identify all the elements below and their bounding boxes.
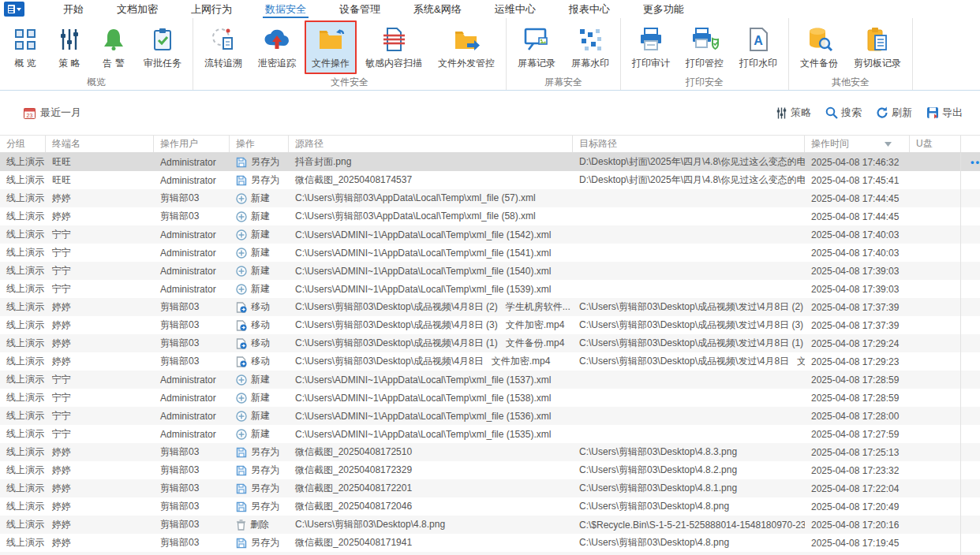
date-range-picker[interactable]: 23 最近一月 [24, 106, 81, 120]
cell-time: 2025-04-08 17:22:04 [805, 479, 910, 497]
cell-usb [910, 443, 961, 461]
cell-filler [961, 479, 980, 497]
policy-button[interactable]: 策略 [776, 106, 811, 120]
table-row[interactable]: 线上演示旺旺Administrator另存为抖音封面.pngD:\Desktop… [0, 153, 980, 171]
cell-terminal: 旺旺 [46, 153, 154, 171]
menu-tab-6[interactable]: 系统&网络 [397, 0, 478, 18]
ribbon-button-alert-bell[interactable]: 告 警 [92, 20, 135, 74]
ribbon-group: 概 览策 略告 警审批任务概览 [0, 18, 193, 90]
cell-operation: 新建 [230, 280, 289, 298]
cell-target-path: D:\Desktop\封面\2025年\四月\4.8\你见过这么变态的电脑监..… [573, 153, 805, 171]
cell-filler [961, 534, 980, 552]
search-button[interactable]: 搜索 [825, 106, 862, 120]
ribbon-button-flow-trace[interactable]: 流转追溯 [197, 20, 249, 74]
cell-group: 线上演示 [0, 497, 46, 516]
table-row[interactable]: 线上演示婷婷剪辑部03移动C:\Users\剪辑部03\Desktop\成品视频… [0, 334, 980, 352]
ribbon-button-file-outgoing-folder[interactable]: 文件外发管控 [431, 20, 502, 74]
cell-terminal: 婷婷 [46, 207, 154, 225]
ribbon-button-label: 告 警 [103, 57, 124, 70]
menu-tab-1[interactable]: 开始 [47, 0, 100, 18]
table-row[interactable]: 线上演示婷婷剪辑部03删除C:\Users\剪辑部03\Desktop\4.8.… [0, 516, 980, 534]
menu-tab-3[interactable]: 上网行为 [174, 0, 249, 18]
cell-source-path: C:\Users\剪辑部03\Desktop\4.8.png [289, 516, 573, 534]
ribbon-button-screen-watermark[interactable]: 屏幕水印 [564, 20, 616, 74]
table-row[interactable]: 线上演示婷婷剪辑部03移动C:\Users\剪辑部03\Desktop\成品视频… [0, 298, 980, 316]
table-row[interactable]: 线上演示旺旺Administrator另存为微信截图_2025040817453… [0, 171, 980, 189]
column-header-5[interactable]: 源路径 [289, 136, 573, 152]
ribbon-button-screen-record[interactable]: 屏幕记录 [511, 20, 563, 74]
column-header-2[interactable]: 终端名 [46, 136, 154, 152]
app-menu-button[interactable] [4, 2, 24, 17]
table-row[interactable]: 线上演示婷婷剪辑部03 [0, 552, 980, 555]
table-row[interactable]: 线上演示婷婷剪辑部03另存为微信截图_20250408172510C:\User… [0, 443, 980, 461]
menu-tab-4[interactable]: 数据安全 [249, 0, 323, 18]
saveas-icon [236, 447, 247, 458]
ribbon-button-policy-sliders[interactable]: 策 略 [48, 20, 91, 74]
cell-time: 2025-04-08 17:28:00 [805, 407, 910, 425]
menu-tab-7[interactable]: 运维中心 [478, 0, 552, 18]
cell-filler [961, 407, 980, 425]
table-row[interactable]: 线上演示婷婷剪辑部03另存为微信截图_20250408172201C:\User… [0, 479, 980, 497]
column-header-1[interactable]: 分组 [0, 136, 46, 152]
column-header-4[interactable]: 操作 [230, 136, 289, 152]
cell-time: 2025-04-08 17:28:59 [805, 389, 910, 407]
menu-bar: 开始文档加密上网行为数据安全设备管理系统&网络运维中心报表中心更多功能 [0, 0, 980, 18]
column-header-3[interactable]: 操作用户 [154, 136, 230, 152]
cell-usb [910, 189, 961, 207]
table-row[interactable]: 线上演示宁宁Administrator新建C:\Users\ADMINI~1\A… [0, 389, 980, 407]
ribbon-button-file-operation-folder[interactable]: 文件操作 [305, 20, 357, 74]
table-row[interactable]: 线上演示宁宁Administrator新建C:\Users\ADMINI~1\A… [0, 262, 980, 280]
cell-user: 剪辑部03 [154, 461, 230, 479]
menu-tab-9[interactable]: 更多功能 [627, 0, 701, 18]
table-row[interactable]: 线上演示婷婷剪辑部03另存为微信截图_20250408172329C:\User… [0, 461, 980, 479]
column-header-7[interactable]: 操作时间 [805, 136, 910, 152]
column-header-6[interactable]: 目标路径 [573, 136, 805, 152]
column-header-8[interactable]: U盘 [910, 136, 961, 152]
ribbon-button-file-backup[interactable]: 文件备份 [793, 20, 845, 74]
ribbon-button-label: 剪切板记录 [854, 57, 901, 70]
column-header-label: U盘 [916, 137, 933, 151]
cell-source-path: C:\Users\ADMINI~1\AppData\Local\Temp\xml… [289, 389, 573, 407]
operation-label: 另存为 [251, 500, 279, 513]
cell-filler [961, 443, 980, 461]
operation-label: 新建 [251, 282, 270, 296]
refresh-button[interactable]: 刷新 [876, 106, 912, 120]
cell-usb [910, 534, 961, 552]
table-row[interactable]: 线上演示宁宁Administrator新建C:\Users\ADMINI~1\A… [0, 225, 980, 244]
table-row[interactable]: 线上演示婷婷剪辑部03另存为微信截图_20250408172046C:\User… [0, 497, 980, 516]
ribbon-button-leak-track-cloud[interactable]: 泄密追踪 [251, 20, 303, 74]
menu-tab-8[interactable]: 报表中心 [552, 0, 627, 18]
table-row[interactable]: 线上演示宁宁Administrator新建C:\Users\ADMINI~1\A… [0, 244, 980, 262]
ribbon-button-print-control[interactable]: 打印管控 [679, 20, 731, 74]
menu-tab-2[interactable]: 文档加密 [100, 0, 174, 18]
table-row[interactable]: 线上演示婷婷剪辑部03移动C:\Users\剪辑部03\Desktop\成品视频… [0, 352, 980, 371]
table-row[interactable]: 线上演示宁宁Administrator新建C:\Users\ADMINI~1\A… [0, 371, 980, 389]
ribbon-button-print-watermark[interactable]: A打印水印 [732, 20, 784, 74]
cell-source-path: 微信截图_20250408174537 [289, 171, 573, 189]
table-row[interactable]: 线上演示宁宁Administrator新建C:\Users\ADMINI~1\A… [0, 425, 980, 443]
table-row[interactable]: 线上演示婷婷剪辑部03移动C:\Users\剪辑部03\Desktop\成品视频… [0, 316, 980, 334]
menu-tab-5[interactable]: 设备管理 [323, 0, 397, 18]
row-more-actions-button[interactable]: ••• [967, 156, 980, 168]
table-row[interactable]: 线上演示宁宁Administrator新建C:\Users\ADMINI~1\A… [0, 407, 980, 425]
ribbon-button-print-audit[interactable]: 打印审计 [625, 20, 677, 74]
ribbon-button-label: 打印水印 [739, 57, 777, 70]
ribbon-button-clipboard-record[interactable]: 剪切板记录 [847, 20, 908, 74]
screen-record-icon [522, 24, 551, 55]
new-icon [236, 429, 247, 440]
ribbon-button-approval-clipboard[interactable]: 审批任务 [137, 20, 189, 74]
ribbon-button-overview-grid[interactable]: 概 览 [4, 20, 47, 74]
table-row[interactable]: 线上演示婷婷剪辑部03新建C:\Users\剪辑部03\AppData\Loca… [0, 189, 980, 207]
ribbon-button-content-scan[interactable]: 敏感内容扫描 [358, 20, 429, 74]
ribbon-button-label: 审批任务 [144, 57, 181, 70]
table-row[interactable]: 线上演示宁宁Administrator新建C:\Users\ADMINI~1\A… [0, 280, 980, 298]
new-icon [236, 411, 247, 422]
cell-source-path: C:\Users\剪辑部03\Desktop\成品视频\4月8日 (3) 文件加… [289, 316, 573, 334]
move-icon [236, 356, 247, 367]
approval-clipboard-icon [148, 24, 177, 55]
cell-group: 线上演示 [0, 389, 46, 407]
table-row[interactable]: 线上演示婷婷剪辑部03新建C:\Users\剪辑部03\AppData\Loca… [0, 207, 980, 225]
table-row[interactable]: 线上演示婷婷剪辑部03另存为微信截图_20250408171941C:\User… [0, 534, 980, 552]
export-button[interactable]: 导出 [926, 106, 963, 120]
chevron-down-icon[interactable] [885, 142, 903, 147]
